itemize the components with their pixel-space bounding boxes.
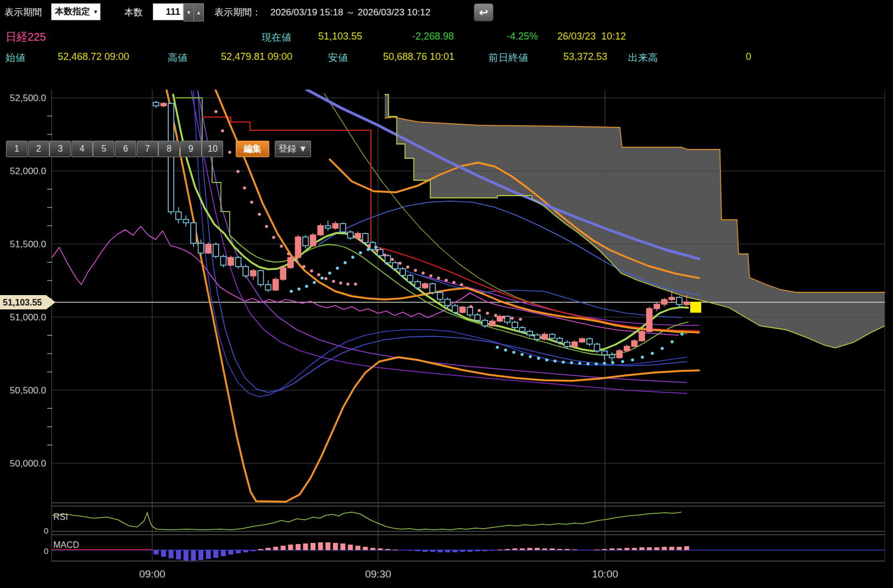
reload-icon[interactable]: ↩ xyxy=(474,3,493,21)
open-label: 始値 xyxy=(5,51,25,64)
x-axis: 09:0009:3010:00 xyxy=(139,568,618,580)
range-value: 2026/03/19 15:18 ～ 2026/03/23 10:12 xyxy=(270,6,430,19)
change-value: -2,268.98 xyxy=(412,31,454,42)
current-price-label: 現在値 xyxy=(262,31,291,44)
bar-count-mode-select[interactable]: 本数指定 ▼ xyxy=(51,3,101,20)
bar-count-increment-button[interactable]: ▲ xyxy=(193,3,204,21)
svg-text:10:00: 10:00 xyxy=(592,568,618,580)
chevron-down-icon: ▼ xyxy=(93,9,98,15)
current-price-value: 51,103.55 xyxy=(318,31,362,42)
chart-preset-button-3[interactable]: 3 xyxy=(49,141,71,157)
svg-text:09:00: 09:00 xyxy=(139,568,165,580)
prev-close-value: 53,372.53 xyxy=(563,51,607,63)
svg-text:MACD: MACD xyxy=(53,540,79,550)
bar-count-mode-value: 本数指定 xyxy=(52,6,90,18)
chart-preset-button-2[interactable]: 2 xyxy=(28,141,49,157)
svg-text:50,500.0: 50,500.0 xyxy=(10,385,46,396)
chart-application-window: 表示期間 本数指定 ▼ 本数 111 ▼ ▲ 表示期間： 2026/03/19 … xyxy=(0,0,893,588)
toolbar-row-period: 表示期間 本数指定 ▼ 本数 111 ▼ ▲ 表示期間： 2026/03/19 … xyxy=(0,0,893,24)
current-price-tag: 51,103.55 xyxy=(0,295,56,309)
bar-count-decrement-button[interactable]: ▼ xyxy=(184,3,194,21)
quote-datetime: 26/03/23 10:12 xyxy=(557,31,626,42)
chart-preset-button-row: 12345678910編集登録 ▼ xyxy=(0,69,893,90)
range-label: 表示期間： xyxy=(214,6,261,19)
volume-value: 0 xyxy=(746,51,751,63)
high-value: 52,479.81 09:00 xyxy=(221,51,292,63)
low-label: 安値 xyxy=(328,51,348,64)
chart-preset-button-9[interactable]: 9 xyxy=(180,141,202,157)
svg-text:52,000.0: 52,000.0 xyxy=(10,166,46,176)
chart-preset-button-1[interactable]: 1 xyxy=(6,141,27,157)
bar-count-value: 111 xyxy=(166,7,184,18)
high-label: 高値 xyxy=(168,51,187,64)
svg-text:0: 0 xyxy=(44,526,48,535)
macd-panel: MACD0 xyxy=(44,540,885,561)
rsi-panel: RSI0 xyxy=(44,512,681,535)
open-value: 52,468.72 09:00 xyxy=(58,51,129,63)
chart-preset-button-6[interactable]: 6 xyxy=(115,141,136,157)
chart-preset-button-4[interactable]: 4 xyxy=(71,141,93,157)
chart-preset-button-10[interactable]: 10 xyxy=(202,141,223,157)
svg-text:09:30: 09:30 xyxy=(365,568,391,580)
svg-text:0: 0 xyxy=(44,546,48,556)
low-value: 50,688.76 10:01 xyxy=(383,51,454,63)
chart-preset-button-5[interactable]: 5 xyxy=(93,141,114,157)
chart-preset-button-7[interactable]: 7 xyxy=(137,141,158,157)
change-percent: -4.25% xyxy=(507,31,538,42)
chart-preset-button-8[interactable]: 8 xyxy=(158,141,180,157)
current-price-marker xyxy=(690,302,701,313)
edit-button[interactable]: 編集 xyxy=(236,141,269,157)
register-dropdown-button[interactable]: 登録 ▼ xyxy=(275,141,311,157)
svg-text:52,500.0: 52,500.0 xyxy=(10,93,46,103)
svg-text:51,000.0: 51,000.0 xyxy=(10,312,46,323)
volume-label: 出来高 xyxy=(628,51,658,64)
instrument-name: 日経225 xyxy=(5,30,46,45)
period-label: 表示期間 xyxy=(4,6,42,19)
svg-text:50,000.0: 50,000.0 xyxy=(10,458,46,469)
prev-close-label: 前日終値 xyxy=(489,51,528,64)
bar-count-label: 本数 xyxy=(124,6,143,19)
quote-row-ohlc: 始値 52,468.72 09:00 高値 52,479.81 09:00 安値… xyxy=(0,47,893,67)
quote-row-main: 日経225 現在値 51,103.55 -2,268.98 -4.25% 26/… xyxy=(0,26,893,46)
svg-text:51,500.0: 51,500.0 xyxy=(10,239,46,249)
svg-text:51,103.55: 51,103.55 xyxy=(3,298,42,307)
bar-count-input[interactable]: 111 xyxy=(153,3,184,20)
svg-text:RSI: RSI xyxy=(53,512,68,522)
